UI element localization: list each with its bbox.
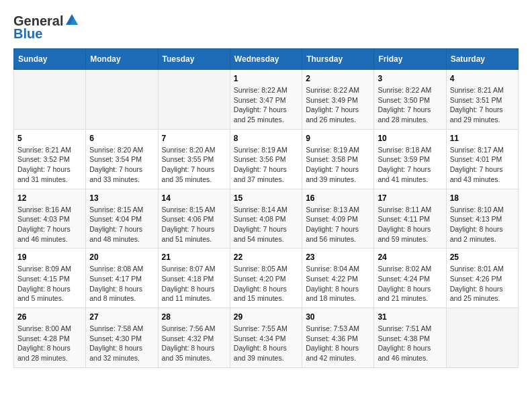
day-number: 3 — [378, 74, 442, 83]
day-info: Sunrise: 7:58 AM Sunset: 4:30 PM Dayligh… — [89, 324, 154, 363]
calendar-day-header: Thursday — [302, 49, 374, 70]
day-number: 7 — [162, 134, 226, 143]
calendar-day-cell: 29Sunrise: 7:55 AM Sunset: 4:34 PM Dayli… — [230, 308, 302, 368]
day-info: Sunrise: 7:53 AM Sunset: 4:36 PM Dayligh… — [306, 324, 370, 363]
day-info: Sunrise: 8:09 AM Sunset: 4:15 PM Dayligh… — [17, 264, 82, 304]
day-number: 31 — [378, 312, 442, 322]
day-info: Sunrise: 8:16 AM Sunset: 4:03 PM Dayligh… — [17, 205, 82, 244]
day-number: 1 — [234, 74, 298, 83]
calendar-day-cell: 13Sunrise: 8:15 AM Sunset: 4:04 PM Dayli… — [86, 189, 158, 248]
calendar-day-cell: 3Sunrise: 8:22 AM Sunset: 3:50 PM Daylig… — [374, 70, 446, 130]
calendar-day-header: Sunday — [14, 49, 86, 70]
calendar-day-cell: 4Sunrise: 8:21 AM Sunset: 3:51 PM Daylig… — [446, 70, 518, 130]
calendar-day-cell: 9Sunrise: 8:19 AM Sunset: 3:58 PM Daylig… — [302, 129, 374, 189]
calendar-week-row: 12Sunrise: 8:16 AM Sunset: 4:03 PM Dayli… — [14, 189, 519, 248]
calendar-day-cell: 30Sunrise: 7:53 AM Sunset: 4:36 PM Dayli… — [302, 308, 374, 368]
calendar-day-cell: 7Sunrise: 8:20 AM Sunset: 3:55 PM Daylig… — [158, 129, 230, 189]
day-number: 15 — [234, 193, 298, 203]
day-info: Sunrise: 8:22 AM Sunset: 3:49 PM Dayligh… — [306, 85, 370, 125]
day-info: Sunrise: 8:02 AM Sunset: 4:24 PM Dayligh… — [378, 264, 442, 304]
day-number: 6 — [89, 134, 154, 143]
day-number: 24 — [378, 253, 442, 262]
calendar-week-row: 19Sunrise: 8:09 AM Sunset: 4:15 PM Dayli… — [14, 248, 519, 308]
calendar-day-cell: 26Sunrise: 8:00 AM Sunset: 4:28 PM Dayli… — [14, 308, 86, 368]
calendar-day-header: Saturday — [446, 49, 518, 70]
calendar-day-cell: 31Sunrise: 7:51 AM Sunset: 4:38 PM Dayli… — [374, 308, 446, 368]
calendar-day-header: Tuesday — [158, 49, 230, 70]
calendar-day-cell: 5Sunrise: 8:21 AM Sunset: 3:52 PM Daylig… — [14, 129, 86, 189]
day-info: Sunrise: 8:10 AM Sunset: 4:13 PM Dayligh… — [450, 205, 515, 244]
day-info: Sunrise: 7:55 AM Sunset: 4:34 PM Dayligh… — [234, 324, 298, 363]
day-number: 27 — [89, 312, 154, 322]
logo-blue-text: Blue — [13, 26, 42, 42]
calendar-day-cell — [14, 70, 86, 130]
day-number: 5 — [17, 134, 82, 143]
calendar-table: SundayMondayTuesdayWednesdayThursdayFrid… — [13, 48, 519, 368]
calendar-day-cell: 23Sunrise: 8:04 AM Sunset: 4:22 PM Dayli… — [302, 248, 374, 308]
calendar-day-cell: 27Sunrise: 7:58 AM Sunset: 4:30 PM Dayli… — [86, 308, 158, 368]
day-number: 10 — [378, 134, 442, 143]
calendar-day-cell — [446, 308, 518, 368]
calendar-day-cell: 16Sunrise: 8:13 AM Sunset: 4:09 PM Dayli… — [302, 189, 374, 248]
calendar-day-cell: 6Sunrise: 8:20 AM Sunset: 3:54 PM Daylig… — [86, 129, 158, 189]
day-number: 9 — [306, 134, 370, 143]
calendar-day-cell: 10Sunrise: 8:18 AM Sunset: 3:59 PM Dayli… — [374, 129, 446, 189]
day-info: Sunrise: 8:14 AM Sunset: 4:08 PM Dayligh… — [234, 205, 298, 244]
calendar-day-header: Wednesday — [230, 49, 302, 70]
calendar-day-cell: 8Sunrise: 8:19 AM Sunset: 3:56 PM Daylig… — [230, 129, 302, 189]
day-number: 18 — [450, 193, 515, 203]
calendar-week-row: 1Sunrise: 8:22 AM Sunset: 3:47 PM Daylig… — [14, 70, 519, 130]
day-info: Sunrise: 7:51 AM Sunset: 4:38 PM Dayligh… — [378, 324, 442, 363]
calendar-day-header: Friday — [374, 49, 446, 70]
calendar-header-row: SundayMondayTuesdayWednesdayThursdayFrid… — [14, 49, 519, 70]
calendar-day-cell: 24Sunrise: 8:02 AM Sunset: 4:24 PM Dayli… — [374, 248, 446, 308]
calendar-day-cell: 12Sunrise: 8:16 AM Sunset: 4:03 PM Dayli… — [14, 189, 86, 248]
day-info: Sunrise: 8:22 AM Sunset: 3:50 PM Dayligh… — [378, 85, 442, 125]
day-number: 22 — [234, 253, 298, 262]
day-info: Sunrise: 8:19 AM Sunset: 3:56 PM Dayligh… — [234, 145, 298, 185]
day-info: Sunrise: 8:20 AM Sunset: 3:54 PM Dayligh… — [89, 145, 154, 185]
calendar-day-cell: 11Sunrise: 8:17 AM Sunset: 4:01 PM Dayli… — [446, 129, 518, 189]
day-number: 12 — [17, 193, 82, 203]
calendar-day-cell: 18Sunrise: 8:10 AM Sunset: 4:13 PM Dayli… — [446, 189, 518, 248]
day-number: 26 — [17, 312, 82, 322]
day-info: Sunrise: 8:05 AM Sunset: 4:20 PM Dayligh… — [234, 264, 298, 304]
day-info: Sunrise: 8:00 AM Sunset: 4:28 PM Dayligh… — [17, 324, 82, 363]
calendar-day-cell: 28Sunrise: 7:56 AM Sunset: 4:32 PM Dayli… — [158, 308, 230, 368]
calendar-day-cell: 15Sunrise: 8:14 AM Sunset: 4:08 PM Dayli… — [230, 189, 302, 248]
day-info: Sunrise: 8:04 AM Sunset: 4:22 PM Dayligh… — [306, 264, 370, 304]
day-number: 11 — [450, 134, 515, 143]
day-number: 25 — [450, 253, 515, 262]
day-number: 23 — [306, 253, 370, 262]
calendar-week-row: 5Sunrise: 8:21 AM Sunset: 3:52 PM Daylig… — [14, 129, 519, 189]
page-header: General Blue — [13, 13, 519, 42]
calendar-day-cell: 25Sunrise: 8:01 AM Sunset: 4:26 PM Dayli… — [446, 248, 518, 308]
day-info: Sunrise: 8:15 AM Sunset: 4:04 PM Dayligh… — [89, 205, 154, 244]
day-number: 17 — [378, 193, 442, 203]
day-info: Sunrise: 8:17 AM Sunset: 4:01 PM Dayligh… — [450, 145, 515, 185]
logo-icon — [64, 13, 79, 28]
day-number: 21 — [162, 253, 226, 262]
day-number: 16 — [306, 193, 370, 203]
day-number: 19 — [17, 253, 82, 262]
calendar-week-row: 26Sunrise: 8:00 AM Sunset: 4:28 PM Dayli… — [14, 308, 519, 368]
calendar-day-cell: 17Sunrise: 8:11 AM Sunset: 4:11 PM Dayli… — [374, 189, 446, 248]
day-info: Sunrise: 8:07 AM Sunset: 4:18 PM Dayligh… — [162, 264, 226, 304]
logo: General Blue — [13, 13, 79, 42]
day-info: Sunrise: 8:20 AM Sunset: 3:55 PM Dayligh… — [162, 145, 226, 185]
day-number: 30 — [306, 312, 370, 322]
calendar-day-cell: 21Sunrise: 8:07 AM Sunset: 4:18 PM Dayli… — [158, 248, 230, 308]
day-info: Sunrise: 7:56 AM Sunset: 4:32 PM Dayligh… — [162, 324, 226, 363]
day-info: Sunrise: 8:19 AM Sunset: 3:58 PM Dayligh… — [306, 145, 370, 185]
day-info: Sunrise: 8:22 AM Sunset: 3:47 PM Dayligh… — [234, 85, 298, 125]
day-number: 28 — [162, 312, 226, 322]
calendar-day-cell: 19Sunrise: 8:09 AM Sunset: 4:15 PM Dayli… — [14, 248, 86, 308]
calendar-day-cell: 2Sunrise: 8:22 AM Sunset: 3:49 PM Daylig… — [302, 70, 374, 130]
calendar-day-cell: 20Sunrise: 8:08 AM Sunset: 4:17 PM Dayli… — [86, 248, 158, 308]
day-info: Sunrise: 8:21 AM Sunset: 3:52 PM Dayligh… — [17, 145, 82, 185]
calendar-day-cell: 14Sunrise: 8:15 AM Sunset: 4:06 PM Dayli… — [158, 189, 230, 248]
calendar-day-header: Monday — [86, 49, 158, 70]
day-info: Sunrise: 8:11 AM Sunset: 4:11 PM Dayligh… — [378, 205, 442, 244]
day-info: Sunrise: 8:08 AM Sunset: 4:17 PM Dayligh… — [89, 264, 154, 304]
day-info: Sunrise: 8:21 AM Sunset: 3:51 PM Dayligh… — [450, 85, 515, 125]
